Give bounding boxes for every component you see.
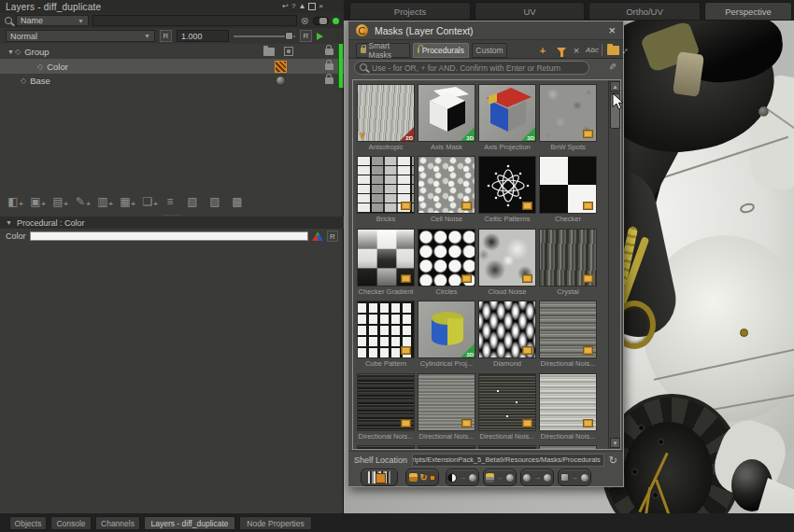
swatch-thumbnail (357, 373, 415, 431)
apply-sphere-button[interactable]: → (520, 469, 554, 486)
group-mask-icon[interactable] (284, 47, 293, 56)
apply-mask-color-button[interactable]: → (483, 469, 517, 486)
procedural-thumbnail[interactable] (275, 61, 287, 73)
add-group-icon[interactable]: ❏ (140, 194, 155, 209)
color-swatch-bar[interactable] (30, 231, 308, 241)
undock-icon[interactable]: ↩ (282, 1, 289, 12)
shelf-location-path[interactable]: ari/Scripts/ExtensionPack_5_Beta9/Resour… (412, 454, 604, 467)
layer-enabled-bar[interactable] (338, 74, 343, 88)
add-mask-icon[interactable]: ▦ (118, 194, 133, 209)
green-arrow-icon: → (496, 473, 503, 482)
filter-field-dropdown[interactable]: Name▼ (16, 15, 89, 26)
layer-filter-input[interactable] (92, 15, 297, 26)
layer-name: Color (47, 62, 68, 72)
blend-mode-dropdown[interactable]: Normal▼ (6, 30, 155, 42)
add-ramp-layer-icon[interactable]: ▥ (95, 194, 110, 209)
layer-enabled-bar[interactable] (338, 59, 343, 74)
swatch-thumbnail (418, 156, 475, 214)
lock-icon[interactable] (325, 77, 333, 84)
tab-console[interactable]: Console (50, 516, 92, 530)
close-icon[interactable]: × (319, 1, 323, 12)
swatch-label: Celtic Patterns (476, 215, 538, 223)
tab-smart-masks[interactable]: Smart Masks (356, 43, 410, 58)
filter-toggle[interactable] (313, 17, 329, 25)
add-paint-layer-icon[interactable]: ◧ (6, 194, 21, 209)
apply-square-button[interactable]: → (558, 469, 591, 486)
sphere-icon (522, 473, 532, 483)
vector-badge: V (360, 131, 365, 140)
reload-shelf-button[interactable]: ↻ (405, 469, 439, 486)
tab-perspective[interactable]: Perspective (704, 2, 792, 21)
masks-dialog-titlebar[interactable]: Masks (Layer Context) × (348, 21, 623, 40)
tab-custom[interactable]: Custom (472, 43, 507, 58)
badge-label: 3D (466, 135, 474, 141)
swatch-thumbnail (418, 373, 475, 431)
reset-color-button[interactable]: R (327, 231, 338, 242)
expander-icon[interactable]: ▼ (7, 49, 15, 55)
tab-layers[interactable]: Layers - diff_duplicate (144, 516, 235, 530)
swatch-thumbnail (478, 229, 536, 287)
tab-node-properties[interactable]: Node Properties (239, 516, 312, 530)
close-icon[interactable]: × (608, 23, 616, 37)
tab-projects[interactable]: Projects (349, 2, 471, 21)
swatch-thumbnail (418, 445, 475, 449)
swatch-label: Circles (416, 287, 477, 296)
layer-row-color[interactable]: ◇ Color (0, 59, 344, 74)
text-search-icon[interactable]: Abc (583, 43, 602, 57)
swatch-grid: 2DVAnisotropic3DAxis Mask3DAxis Projecti… (353, 80, 609, 449)
clear-filter-icon[interactable]: ⊗ (301, 15, 309, 26)
procedural-section-header[interactable]: ▼ Procedural : Color (0, 217, 344, 229)
float-icon[interactable] (308, 3, 316, 10)
layer-row-group[interactable]: ▼ ◇ Group (0, 44, 344, 59)
shelf-stripes-icon (368, 471, 390, 483)
refresh-icon[interactable]: ↻ (609, 455, 617, 467)
clear-filter-icon[interactable]: × (571, 43, 582, 57)
brush-sparkle-icon[interactable]: ✎ (606, 63, 617, 70)
layers-panel: Layers - diff_duplicate ↩ ? ▲ × Name▼ ⊗ … (0, 0, 344, 513)
apply-mask-bw-button[interactable]: → (446, 469, 479, 486)
layer-grid-icon[interactable]: ▩ (230, 194, 245, 209)
scroll-up-icon[interactable]: ▲ (610, 81, 620, 91)
filter-funnel-icon[interactable] (555, 43, 568, 57)
tab-ortho-uv[interactable]: Ortho/UV (588, 2, 701, 21)
blend-amount-slider[interactable] (234, 30, 295, 42)
open-folder-icon[interactable] (606, 43, 620, 57)
scroll-down-icon[interactable]: ▼ (610, 438, 620, 448)
duplicate-layer-icon[interactable]: ▧ (185, 194, 200, 209)
collapse-icon[interactable]: ▲ (298, 1, 305, 12)
tab-procedurals[interactable]: Procedurals (413, 43, 469, 58)
layers-panel-header[interactable]: Layers - diff_duplicate ↩ ? ▲ × (0, 0, 344, 13)
add-icon[interactable]: + (537, 43, 548, 57)
lock-icon[interactable] (325, 49, 333, 55)
masks-search-input[interactable] (354, 61, 589, 75)
merge-layers-icon[interactable]: ≡ (163, 194, 177, 209)
remove-layer-icon[interactable]: ▨ (207, 194, 222, 209)
tab-objects[interactable]: Objects (9, 516, 47, 530)
tab-uv[interactable]: UV (475, 2, 585, 21)
layer-enabled-bar[interactable] (338, 44, 343, 59)
masks-scrollbar[interactable]: ▲ ▼ (608, 80, 620, 449)
reset-amount-button[interactable]: R (160, 30, 172, 42)
expander-icon[interactable]: ▼ (6, 219, 12, 226)
swatch-thumbnail (478, 156, 536, 214)
blend-amount-field[interactable]: 1.000 (177, 30, 229, 42)
tab-channels[interactable]: Channels (95, 516, 140, 530)
help-icon[interactable]: ? (291, 1, 295, 12)
rgb-picker-icon[interactable] (312, 231, 323, 241)
procedural-header-label: Procedural : Color (17, 218, 85, 228)
search-icon (5, 17, 12, 24)
swatch-thumbnail (357, 301, 415, 358)
add-adjustment-layer-icon[interactable]: ▤ (50, 194, 65, 209)
slider-handle[interactable] (285, 32, 293, 40)
sphere-icon (468, 473, 477, 483)
swatch-label: Anisotropic (355, 143, 417, 151)
add-procedural-layer-icon[interactable]: ▣ (28, 194, 43, 209)
reset-button[interactable]: R (300, 30, 312, 42)
filter-play-icon[interactable] (317, 33, 323, 40)
add-graph-layer-icon[interactable]: ✎ (73, 194, 88, 209)
layer-row-base[interactable]: ◇ Base (0, 74, 344, 88)
shelf-view-button[interactable] (361, 469, 398, 486)
expand-dialog-icon[interactable]: ↕ (619, 43, 631, 57)
gray-arrow-icon: → (533, 473, 541, 482)
lock-icon[interactable] (325, 63, 333, 70)
